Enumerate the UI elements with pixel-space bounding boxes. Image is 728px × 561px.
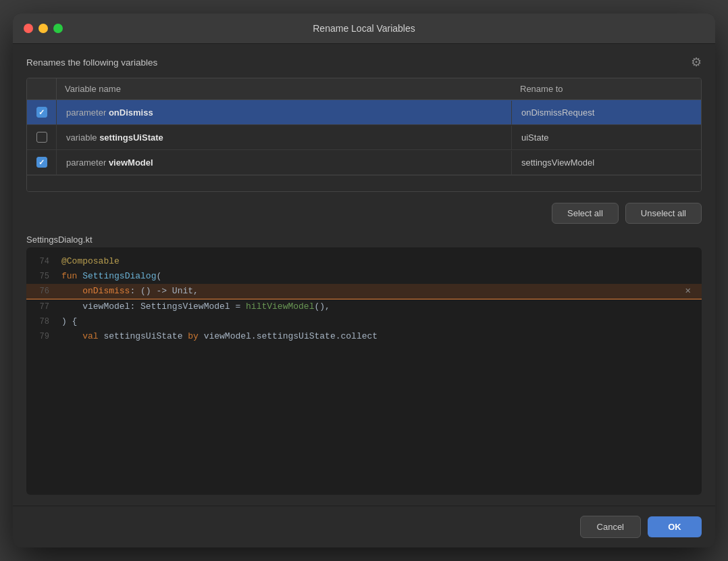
line-num-75: 75: [26, 270, 61, 283]
code-line-75: 75 fun SettingsDialog(: [26, 269, 702, 284]
selection-buttons-row: Select all Unselect all: [26, 200, 702, 226]
code-line-74: 74 @Composable: [26, 254, 702, 269]
unselect-all-button[interactable]: Unselect all: [625, 203, 702, 224]
line-num-78: 78: [26, 315, 61, 328]
dialog-footer: Cancel OK: [13, 506, 715, 547]
row-1-checkbox[interactable]: [36, 107, 47, 118]
dialog-title: Rename Local Variables: [313, 23, 415, 34]
line-num-74: 74: [26, 255, 61, 268]
var-name-cell-3: parameter viewModel: [57, 151, 512, 174]
line-num-79: 79: [26, 330, 61, 343]
table-row: variable settingsUiState uiState: [27, 125, 701, 150]
rename-cell-1: onDismissRequest: [512, 101, 701, 124]
title-bar: Rename Local Variables: [13, 14, 715, 44]
table-row: parameter onDismiss onDismissRequest: [27, 100, 701, 125]
line-content-74: @Composable: [61, 254, 702, 269]
code-line-78: 78 ) {: [26, 314, 702, 329]
select-all-button[interactable]: Select all: [552, 203, 619, 224]
table-header: Variable name Rename to: [27, 78, 701, 100]
var-name-1: onDismiss: [109, 107, 153, 118]
line-num-77: 77: [26, 300, 61, 314]
traffic-lights: [24, 24, 63, 33]
var-name-2: settingsUiState: [99, 132, 163, 143]
code-line-76: 76 onDismiss: () -> Unit, ✕: [26, 284, 702, 299]
line-content-79: val settingsUiState by viewModel.setting…: [61, 329, 702, 344]
close-highlight-button[interactable]: ✕: [685, 283, 691, 299]
maximize-button[interactable]: [53, 24, 63, 33]
rename-cell-2: uiState: [512, 126, 701, 149]
row-3-checkbox[interactable]: [36, 157, 47, 168]
type-prefix-1: parameter: [66, 107, 109, 118]
file-name-label: SettingsDialog.kt: [26, 235, 702, 245]
type-prefix-2: variable: [66, 132, 99, 143]
type-prefix-3: parameter: [66, 157, 109, 168]
line-content-75: fun SettingsDialog(: [61, 269, 702, 284]
rename-cell-3: settingsViewModel: [512, 151, 701, 174]
table-row: parameter viewModel settingsViewModel: [27, 150, 701, 175]
dialog-body: Renames the following variables ⚙ Variab…: [13, 44, 715, 506]
code-section: SettingsDialog.kt 74 @Composable 75 fun …: [26, 235, 702, 495]
close-button[interactable]: [24, 24, 33, 33]
line-num-76: 76: [26, 285, 61, 298]
variable-name-header: Variable name: [57, 78, 512, 99]
header-row: Renames the following variables ⚙: [26, 55, 702, 70]
cancel-button[interactable]: Cancel: [580, 516, 641, 538]
table-spacer: [27, 175, 701, 191]
line-content-76: onDismiss: () -> Unit,: [61, 284, 702, 299]
ok-button[interactable]: OK: [648, 516, 702, 537]
description-text: Renames the following variables: [26, 57, 157, 68]
row-2-checkbox[interactable]: [36, 132, 47, 143]
checkbox-cell-2[interactable]: [27, 125, 57, 149]
line-content-78: ) {: [61, 314, 702, 329]
rename-dialog: Rename Local Variables Renames the follo…: [13, 14, 715, 547]
code-line-77: 77 viewModel: SettingsViewModel = hiltVi…: [26, 299, 702, 314]
variables-table: Variable name Rename to parameter onDism…: [26, 78, 702, 192]
code-lines: 74 @Composable 75 fun SettingsDialog( 76…: [26, 247, 702, 351]
var-name-cell-2: variable settingsUiState: [57, 126, 512, 149]
rename-to-header: Rename to: [512, 78, 701, 99]
line-content-77: viewModel: SettingsViewModel = hiltViewM…: [61, 299, 702, 314]
var-name-3: viewModel: [109, 157, 153, 168]
code-line-79: 79 val settingsUiState by viewModel.sett…: [26, 329, 702, 344]
checkbox-cell-3[interactable]: [27, 150, 57, 174]
var-name-cell-1: parameter onDismiss: [57, 101, 512, 124]
checkbox-header-col: [27, 78, 57, 99]
checkbox-cell-1[interactable]: [27, 100, 57, 124]
settings-icon[interactable]: ⚙: [691, 55, 702, 70]
code-block: 74 @Composable 75 fun SettingsDialog( 76…: [26, 247, 702, 495]
minimize-button[interactable]: [38, 24, 48, 33]
